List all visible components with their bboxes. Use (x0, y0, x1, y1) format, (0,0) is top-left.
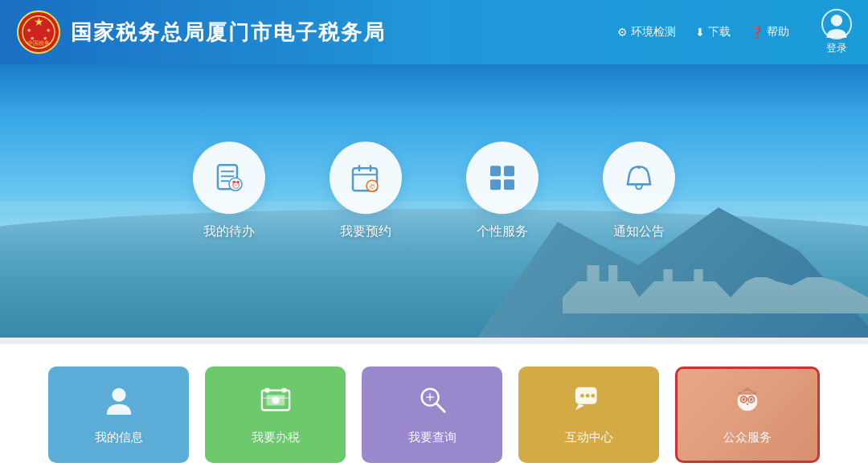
svg-rect-47 (739, 392, 757, 395)
env-check-label: 环境检测 (631, 25, 676, 39)
login-label: 登录 (826, 41, 847, 55)
inquiry-card[interactable]: 我要查询 (362, 367, 502, 463)
svg-point-40 (585, 394, 589, 398)
appointment-icon-circle: ⏱ (330, 141, 402, 214)
svg-point-46 (750, 398, 753, 401)
section-separator (0, 338, 868, 344)
download-icon: ⬇ (695, 26, 705, 39)
svg-rect-24 (504, 179, 514, 190)
svg-rect-21 (490, 166, 501, 176)
service-cards-section: 我的信息 我要办税 我要查询 (0, 344, 868, 471)
logo-area: ★ ★ ★ ★ ★ 中国税务 国家税务总局厦门市电子税务局 (16, 10, 386, 55)
svg-text:⏱: ⏱ (369, 183, 375, 190)
svg-point-45 (742, 398, 745, 401)
env-check-button[interactable]: ⚙ 环境检测 (617, 25, 676, 39)
svg-point-26 (637, 166, 641, 169)
public-service-label: 公众服务 (723, 430, 772, 445)
svg-text:★: ★ (34, 15, 44, 28)
login-section[interactable]: 登录 (821, 9, 852, 55)
site-title: 国家税务总局厦门市电子税务局 (71, 18, 386, 47)
svg-text:★: ★ (27, 27, 31, 33)
user-avatar-icon (821, 9, 852, 39)
header-actions: ⚙ 环境检测 ⬇ 下载 ❓ 帮助 登录 (617, 9, 852, 55)
inquiry-icon (417, 384, 448, 422)
header: ★ ★ ★ ★ ★ 中国税务 国家税务总局厦门市电子税务局 ⚙ 环境检测 ⬇ 下… (0, 0, 868, 64)
interaction-card[interactable]: 互动中心 (518, 367, 659, 463)
help-label: 帮助 (767, 25, 789, 39)
tax-work-label: 我要办税 (252, 430, 300, 445)
help-icon: ❓ (750, 26, 764, 39)
svg-rect-31 (264, 388, 269, 393)
my-info-icon (104, 384, 134, 422)
svg-point-41 (591, 394, 595, 398)
pending-icon-circle: ⏰ (193, 141, 265, 214)
hero-appointment-item[interactable]: ⏱ 我要预约 (330, 141, 402, 240)
download-label: 下载 (708, 25, 731, 39)
personal-icon-circle (466, 141, 538, 214)
hero-notice-item[interactable]: 通知公告 (603, 141, 675, 240)
help-button[interactable]: ❓ 帮助 (750, 25, 789, 39)
interaction-label: 互动中心 (565, 430, 613, 445)
public-service-card[interactable]: 公众服务 (675, 367, 820, 463)
personal-label: 个性服务 (477, 223, 528, 240)
tax-work-icon (260, 384, 291, 422)
notice-label: 通知公告 (613, 223, 665, 240)
svg-rect-23 (490, 179, 501, 190)
svg-text:⏰: ⏰ (231, 180, 241, 190)
svg-marker-48 (741, 387, 753, 392)
svg-line-35 (436, 403, 444, 412)
download-button[interactable]: ⬇ 下载 (695, 25, 731, 39)
interaction-icon (574, 384, 604, 422)
svg-rect-32 (281, 388, 286, 393)
public-service-icon (732, 384, 763, 422)
svg-text:★: ★ (46, 27, 51, 33)
my-info-card[interactable]: 我的信息 (48, 367, 189, 463)
pending-label: 我的待办 (203, 223, 255, 240)
svg-text:中国税务: 中国税务 (27, 40, 50, 46)
svg-point-27 (112, 388, 125, 402)
appointment-label: 我要预约 (340, 223, 391, 240)
svg-rect-22 (504, 166, 514, 176)
hero-section: ⏰ 我的待办 ⏱ 我要预约 (0, 64, 868, 338)
national-emblem-icon: ★ ★ ★ ★ ★ 中国税务 (16, 10, 61, 55)
hero-pending-item[interactable]: ⏰ 我的待办 (193, 141, 265, 240)
hero-icon-group: ⏰ 我的待办 ⏱ 我要预约 (193, 141, 675, 240)
notice-icon-circle (603, 141, 675, 214)
svg-point-8 (831, 14, 842, 26)
inquiry-label: 我要查询 (408, 430, 457, 445)
env-check-icon: ⚙ (617, 26, 628, 39)
hero-personal-item[interactable]: 个性服务 (466, 141, 538, 240)
svg-point-39 (580, 394, 584, 398)
my-info-label: 我的信息 (95, 430, 143, 445)
tax-work-card[interactable]: 我要办税 (205, 367, 346, 463)
